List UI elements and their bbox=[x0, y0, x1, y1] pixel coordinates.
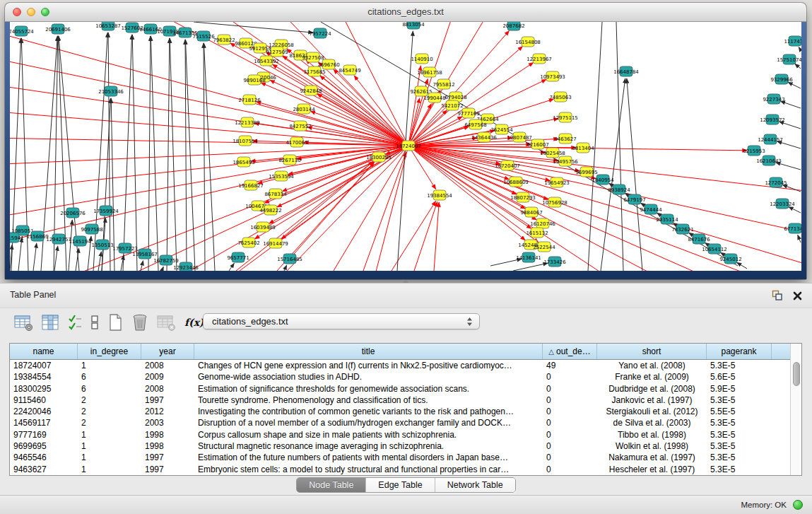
scrollbar-thumb[interactable] bbox=[793, 362, 800, 386]
graph-edge[interactable] bbox=[10, 138, 408, 146]
graph-edge[interactable] bbox=[434, 202, 439, 271]
table-cell: 2012 bbox=[141, 406, 194, 417]
select-all-icon[interactable] bbox=[68, 314, 82, 331]
table-cell: 9465546 bbox=[10, 452, 78, 463]
close-window-button[interactable] bbox=[13, 8, 21, 16]
graph-edge[interactable] bbox=[788, 82, 801, 88]
graph-edge[interactable] bbox=[408, 146, 517, 194]
network-canvas[interactable]: 2405572420691406106532871527602846616010… bbox=[10, 22, 801, 271]
zoom-window-button[interactable] bbox=[41, 8, 49, 16]
table-row[interactable]: 977716911998Corpus callosum shape and si… bbox=[10, 429, 791, 440]
graph-edge[interactable] bbox=[204, 43, 205, 271]
graph-edge[interactable] bbox=[290, 163, 374, 259]
column-header-title[interactable]: title bbox=[194, 344, 543, 359]
table-row[interactable]: 946362711997Embryonic stem cells: a mode… bbox=[10, 464, 791, 475]
table-row[interactable]: 1456911722003Disruption of a novel membe… bbox=[10, 417, 791, 428]
graph-edge[interactable] bbox=[204, 43, 215, 271]
table-cell: 0 bbox=[543, 429, 597, 440]
graph-edge[interactable] bbox=[93, 33, 107, 271]
graph-edge[interactable] bbox=[54, 246, 58, 271]
column-header-name[interactable]: name bbox=[10, 344, 78, 359]
table-cell: 1997 bbox=[141, 395, 194, 406]
graph-edge[interactable] bbox=[408, 146, 525, 209]
graph-edge[interactable] bbox=[170, 38, 177, 271]
graph-edge[interactable] bbox=[148, 36, 151, 271]
table-row[interactable]: 1872400712008Changes of HCN gene express… bbox=[10, 360, 791, 371]
column-header-year[interactable]: year bbox=[141, 344, 194, 359]
float-panel-icon[interactable] bbox=[772, 290, 782, 303]
graph-edge[interactable] bbox=[185, 40, 187, 271]
graph-edge[interactable] bbox=[408, 146, 801, 266]
graph-edge[interactable] bbox=[284, 265, 287, 271]
graph-edge[interactable] bbox=[414, 201, 437, 271]
graph-edge[interactable] bbox=[98, 252, 101, 271]
table-selector[interactable]: citations_edges.txt bbox=[203, 313, 480, 329]
graph-edge[interactable] bbox=[795, 64, 801, 69]
graph-edge[interactable] bbox=[151, 36, 158, 271]
network-graph[interactable]: 2405572420691406106532871527602846616010… bbox=[10, 22, 801, 271]
column-header-out-degree[interactable]: △out_de… bbox=[543, 344, 597, 359]
sort-ascending-icon: △ bbox=[548, 348, 554, 356]
show-columns-icon[interactable] bbox=[42, 314, 59, 332]
graph-edge[interactable] bbox=[108, 33, 110, 271]
graph-node-label: 1615132 bbox=[526, 230, 548, 236]
graph-edge[interactable] bbox=[408, 98, 420, 146]
table-row[interactable]: 2242004622012Investigating the contribut… bbox=[10, 406, 791, 417]
graph-edge[interactable] bbox=[789, 206, 801, 213]
graph-edge[interactable] bbox=[229, 263, 234, 271]
table-row[interactable]: 911546021997Tourette syndrome. Phenomeno… bbox=[10, 395, 791, 406]
graph-edge[interactable] bbox=[799, 47, 801, 50]
graph-edge[interactable] bbox=[354, 76, 408, 146]
tab-edge-table[interactable]: Edge Table bbox=[365, 478, 434, 492]
graph-edge[interactable] bbox=[627, 78, 642, 271]
function-builder-icon[interactable]: f(x) bbox=[184, 317, 204, 328]
graph-edge[interactable] bbox=[513, 263, 548, 271]
table-row[interactable]: 1938455462009Genome-wide association stu… bbox=[10, 371, 791, 382]
window-titlebar[interactable]: citations_edges.txt bbox=[5, 3, 806, 22]
graph-edge[interactable] bbox=[167, 38, 170, 271]
table-row[interactable]: 969969511998Structural magnetic resonanc… bbox=[10, 440, 791, 452]
delete-columns-icon[interactable] bbox=[131, 313, 148, 332]
graph-edge[interactable] bbox=[737, 262, 747, 269]
table-cell: 5.3E-5 bbox=[707, 464, 772, 475]
graph-edge[interactable] bbox=[779, 122, 801, 129]
table-cell: Yano et al. (2008) bbox=[597, 360, 707, 371]
minimize-window-button[interactable] bbox=[27, 8, 35, 16]
graph-node-label: 2803144 bbox=[293, 107, 315, 112]
close-panel-icon[interactable] bbox=[793, 291, 802, 303]
table-cell: 2009 bbox=[141, 371, 194, 382]
graph-edge[interactable] bbox=[123, 35, 132, 271]
create-column-icon[interactable] bbox=[107, 313, 123, 332]
graph-edge[interactable] bbox=[616, 22, 623, 271]
window-title: citations_edges.txt bbox=[5, 3, 806, 21]
memory-status-icon[interactable] bbox=[793, 500, 803, 510]
combo-arrows-icon bbox=[466, 317, 473, 329]
graph-edge[interactable] bbox=[798, 235, 801, 243]
table-row[interactable]: 946554611997Estimation of the future num… bbox=[10, 452, 791, 463]
graph-node-label: 9777169 bbox=[457, 111, 479, 117]
table-cell: 0 bbox=[543, 452, 597, 463]
graph-node-label: 18807293 bbox=[510, 195, 536, 201]
column-header-pagerank[interactable]: pagerank bbox=[707, 344, 772, 359]
graph-edge[interactable] bbox=[33, 243, 37, 271]
graph-edge[interactable] bbox=[10, 84, 408, 146]
graph-edge[interactable] bbox=[261, 83, 408, 146]
graph-edge[interactable] bbox=[320, 76, 408, 146]
graph-node-label: 2696760 bbox=[317, 62, 339, 68]
graph-node-label: 8267130 bbox=[278, 158, 300, 163]
graph-edge[interactable] bbox=[69, 220, 72, 271]
row-height-icon[interactable] bbox=[90, 314, 99, 331]
column-header-short[interactable]: short bbox=[597, 344, 707, 359]
column-header-in-degree[interactable]: in_degree bbox=[78, 344, 141, 359]
tab-network-table[interactable]: Network Table bbox=[435, 478, 515, 492]
graph-edge[interactable] bbox=[18, 238, 22, 271]
table-scrollbar[interactable] bbox=[790, 344, 801, 475]
graph-edge[interactable] bbox=[162, 267, 163, 271]
graph-edge[interactable] bbox=[317, 94, 408, 146]
graph-edge[interactable] bbox=[780, 101, 801, 108]
table-mode-icon[interactable] bbox=[14, 314, 33, 332]
table-row[interactable]: 1830029562008Estimation of significance … bbox=[10, 383, 791, 395]
graph-edge[interactable] bbox=[132, 35, 137, 271]
tab-node-table[interactable]: Node Table bbox=[297, 478, 365, 492]
table-cell: 5.3E-5 bbox=[707, 395, 772, 406]
